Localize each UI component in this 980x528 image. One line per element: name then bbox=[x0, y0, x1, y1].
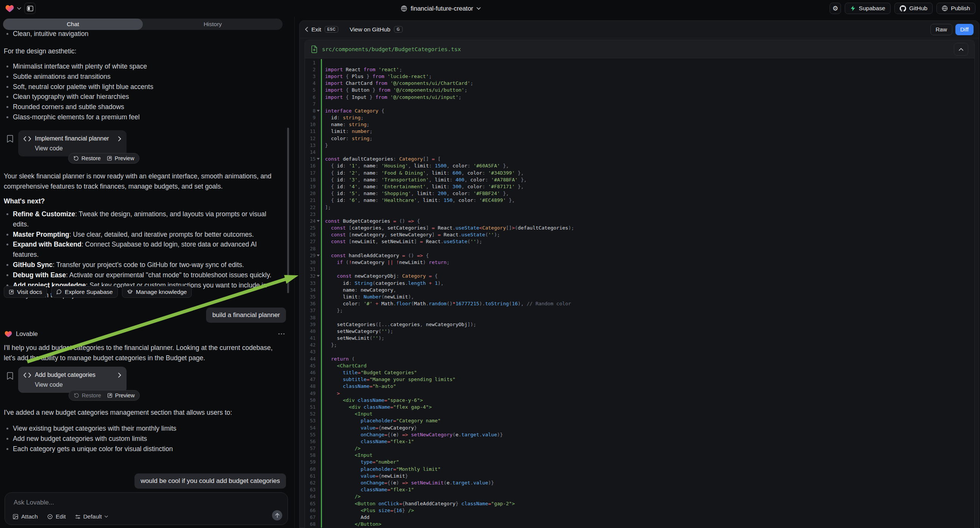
version-card-implement-financial-planner[interactable]: Implement financial planner View code bbox=[18, 130, 127, 156]
visit-docs-button[interactable]: Visit docs bbox=[4, 286, 47, 298]
chat-history-tabs: Chat History bbox=[3, 19, 283, 30]
edit-button[interactable]: Edit bbox=[47, 513, 66, 520]
exit-button[interactable]: Exit bbox=[312, 26, 321, 33]
code-line: 14 bbox=[305, 148, 974, 155]
fold-chevron-icon[interactable] bbox=[317, 254, 320, 256]
code-line: 54 value={newCategory} bbox=[305, 424, 974, 431]
bookmark-icon[interactable] bbox=[7, 135, 13, 143]
code-line: 25 const [categories, setCategories] = R… bbox=[305, 224, 974, 231]
line-number: 62 bbox=[305, 480, 315, 485]
line-number: 17 bbox=[305, 170, 315, 176]
code-line: 60 placeholder="Monthly limit" bbox=[305, 466, 974, 472]
restore-button[interactable]: Restore bbox=[74, 393, 101, 398]
list-item: Refine & Customize: Tweak the design, an… bbox=[4, 209, 280, 229]
code-editor-lines[interactable]: 12import React from 'react';3import { Pl… bbox=[305, 58, 974, 528]
view-code-link[interactable]: View code bbox=[35, 145, 121, 152]
line-number: 55 bbox=[305, 432, 315, 437]
mode-selector[interactable]: Default bbox=[75, 513, 108, 520]
attach-button[interactable]: Attach bbox=[13, 513, 38, 520]
fold-chevron-icon[interactable] bbox=[317, 220, 320, 222]
code-line: 20 { id: '5', name: 'Shopping', limit: 2… bbox=[305, 190, 974, 197]
preview-button[interactable]: Preview bbox=[107, 155, 134, 161]
whats-next-heading: What's next? bbox=[4, 196, 45, 207]
settings-gear-button[interactable]: ⚙ bbox=[830, 3, 841, 14]
image-icon bbox=[13, 514, 19, 520]
code-line: 30 if (!newCategory || !newLimit) return… bbox=[305, 259, 974, 266]
project-switcher[interactable]: financial-future-creator bbox=[401, 0, 481, 17]
line-number: 50 bbox=[305, 397, 315, 403]
fold-chevron-icon[interactable] bbox=[317, 275, 320, 277]
line-number: 59 bbox=[305, 459, 315, 465]
code-line: 19 { id: '4', name: 'Entertainment', lim… bbox=[305, 183, 974, 190]
code-line: 36 color: '#' + Math.floor(Math.random()… bbox=[305, 301, 974, 307]
code-line: 11 limit: number; bbox=[305, 128, 974, 135]
chevron-left-icon[interactable] bbox=[305, 27, 308, 32]
explore-supabase-button[interactable]: Explore Supabase bbox=[51, 286, 118, 298]
github-key-badge: G bbox=[394, 26, 402, 33]
version-card-title: Add budget categories bbox=[35, 372, 115, 379]
list-item: Debug with Ease: Activate our experiment… bbox=[4, 270, 280, 280]
list-item: Master Prompting: Use clear, detailed, a… bbox=[4, 229, 280, 240]
version-card-add-budget-categories[interactable]: Add budget categories View code bbox=[18, 367, 127, 393]
line-number: 20 bbox=[305, 191, 315, 196]
code-line: 7 bbox=[305, 100, 974, 107]
send-button[interactable] bbox=[272, 510, 282, 520]
chevron-right-icon[interactable] bbox=[118, 373, 121, 378]
view-on-github-link[interactable]: View on GitHub bbox=[350, 26, 390, 33]
chat-composer[interactable]: Ask Lovable... Attach Edit Default bbox=[5, 492, 288, 525]
collapse-file-button[interactable] bbox=[954, 43, 968, 56]
design-aesthetic-heading: For the design aesthetic: bbox=[4, 46, 284, 56]
line-number: 14 bbox=[305, 149, 315, 155]
tab-chat[interactable]: Chat bbox=[3, 19, 143, 30]
line-number: 35 bbox=[305, 294, 315, 300]
list-item: Clean typography with clear hierarchies bbox=[4, 92, 286, 102]
list-item: Clean, intuitive navigation bbox=[4, 29, 284, 39]
restore-preview-pill: Restore Preview bbox=[68, 153, 139, 164]
line-number: 1 bbox=[305, 60, 315, 65]
logo-chevron-down-icon[interactable] bbox=[17, 7, 21, 10]
list-item: Glass-morphic elements for a premium fee… bbox=[4, 112, 286, 122]
more-options-icon[interactable] bbox=[278, 333, 285, 335]
tab-history[interactable]: History bbox=[143, 19, 283, 30]
summary-paragraph: Your sleek financial planner is now read… bbox=[4, 171, 275, 192]
chat-scrollbar-thumb[interactable] bbox=[287, 128, 289, 293]
project-globe-icon bbox=[401, 5, 407, 12]
preview-button[interactable]: Preview bbox=[107, 393, 135, 398]
version-card-title: Implement financial planner bbox=[35, 135, 115, 142]
line-number: 34 bbox=[305, 287, 315, 293]
code-line: 33 id: String(categories.length + 1), bbox=[305, 280, 974, 286]
code-line: 68 </Button> bbox=[305, 521, 974, 528]
file-path-bar[interactable]: src/components/budget/BudgetCategories.t… bbox=[305, 40, 974, 58]
fold-chevron-icon[interactable] bbox=[317, 110, 320, 112]
raw-toggle-button[interactable]: Raw bbox=[931, 24, 952, 35]
publish-button[interactable]: Publish bbox=[936, 3, 975, 14]
code-line: 15const defaultCategories: Category[] = … bbox=[305, 156, 974, 162]
supabase-button[interactable]: Supabase bbox=[845, 3, 891, 14]
code-line: 62 onChange={(e) => setNewLimit(e.target… bbox=[305, 479, 974, 486]
code-line: 26 const [newCategory, setNewCategory] =… bbox=[305, 231, 974, 238]
view-code-link[interactable]: View code bbox=[35, 382, 121, 388]
github-octocat-icon bbox=[900, 5, 906, 12]
fold-chevron-icon[interactable] bbox=[317, 158, 320, 160]
line-number: 2 bbox=[305, 67, 315, 72]
code-line: 40 setNewCategory(''); bbox=[305, 328, 974, 334]
code-line: 12 color: string; bbox=[305, 135, 974, 142]
toggle-sidebar-button[interactable] bbox=[24, 3, 36, 14]
line-number: 66 bbox=[305, 507, 315, 513]
manage-knowledge-button[interactable]: Manage knowledge bbox=[122, 286, 192, 298]
restore-button[interactable]: Restore bbox=[73, 155, 101, 161]
github-button[interactable]: GitHub bbox=[894, 3, 933, 14]
message-circle-icon bbox=[56, 289, 62, 295]
code-line: 51 <div className="flex gap-4"> bbox=[305, 403, 974, 410]
chevron-right-icon[interactable] bbox=[118, 136, 121, 141]
composer-input[interactable]: Ask Lovable... bbox=[14, 499, 54, 506]
code-line: 41 setNewLimit(''); bbox=[305, 335, 974, 342]
line-number: 36 bbox=[305, 301, 315, 307]
lovable-heart-logo[interactable] bbox=[5, 5, 14, 13]
diff-toggle-button[interactable]: Diff bbox=[955, 24, 974, 35]
line-number: 22 bbox=[305, 205, 315, 210]
bookmark-icon[interactable] bbox=[7, 372, 13, 380]
code-line: 35 limit: Number(newLimit), bbox=[305, 293, 974, 300]
line-number: 5 bbox=[305, 87, 315, 93]
sliders-icon bbox=[75, 514, 81, 520]
